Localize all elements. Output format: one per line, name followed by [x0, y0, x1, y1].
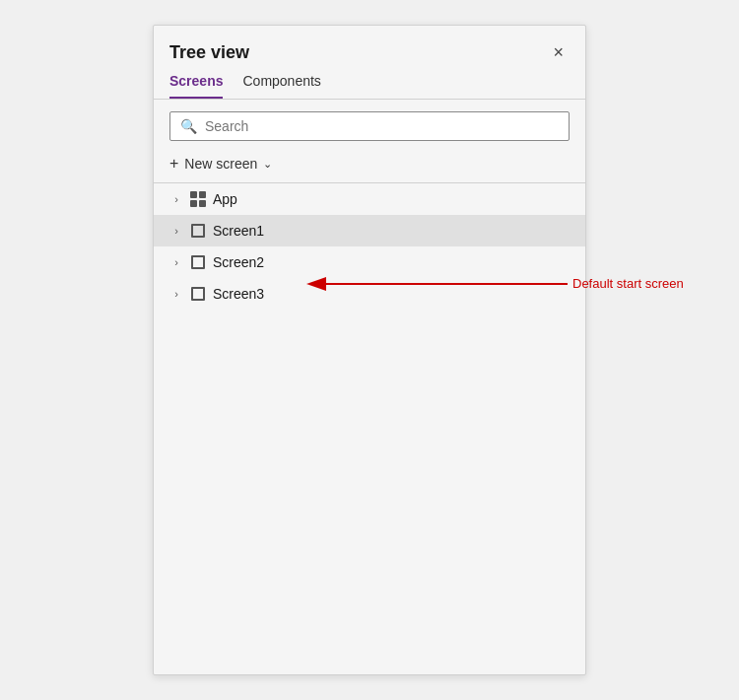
new-screen-button[interactable]: + New screen ⌄ — [154, 151, 585, 182]
panel-title: Tree view — [169, 42, 249, 63]
chevron-right-icon: › — [169, 256, 183, 268]
tree-view-panel: Tree view × Screens Components 🔍 + New s… — [153, 25, 586, 675]
tree-list: › App › Screen1 › Screen2 › — [154, 183, 585, 674]
tabs-bar: Screens Components — [154, 63, 585, 100]
tree-item-screen2[interactable]: › Screen2 — [154, 246, 585, 278]
search-icon: 🔍 — [180, 118, 197, 134]
tree-item-screen1[interactable]: › Screen1 — [154, 215, 585, 246]
screen-icon — [189, 253, 207, 271]
screen-icon — [189, 222, 207, 240]
search-input[interactable] — [205, 118, 559, 134]
tree-item-screen3[interactable]: › Screen3 — [154, 278, 585, 310]
chevron-down-icon: ⌄ — [263, 158, 272, 171]
screen-icon — [189, 285, 207, 303]
plus-icon: + — [169, 155, 178, 173]
tree-item-app[interactable]: › App — [154, 183, 585, 215]
chevron-right-icon: › — [169, 288, 183, 300]
tab-screens[interactable]: Screens — [169, 73, 223, 99]
app-icon — [189, 190, 207, 208]
annotation-label: Default start screen — [572, 276, 684, 291]
close-button[interactable]: × — [547, 41, 570, 63]
tree-item-screen2-label: Screen2 — [213, 254, 264, 270]
chevron-right-icon: › — [169, 225, 183, 237]
tree-item-app-label: App — [213, 191, 237, 207]
tree-item-screen1-label: Screen1 — [213, 223, 264, 239]
new-screen-label: New screen — [184, 156, 257, 172]
chevron-right-icon: › — [169, 193, 183, 205]
tree-item-screen3-label: Screen3 — [213, 286, 264, 302]
search-box: 🔍 — [169, 111, 570, 141]
tab-components[interactable]: Components — [242, 73, 320, 99]
search-container: 🔍 — [154, 100, 585, 151]
panel-header: Tree view × — [154, 26, 585, 63]
